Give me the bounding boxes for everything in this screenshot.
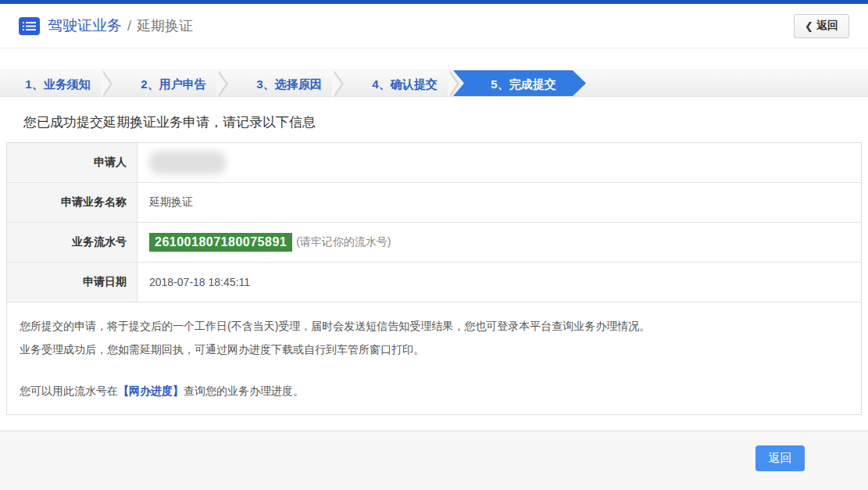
serial-number-hint: (请牢记你的流水号) (296, 235, 391, 249)
page-title: 驾驶证业务 (48, 16, 122, 36)
table-row-applicant: 申请人 (7, 143, 861, 183)
row-value: 延期换证 (138, 183, 861, 222)
tab-step-4[interactable]: 4、确认提交 (347, 70, 463, 96)
table-row-serial-number: 业务流水号 261001807180075891 (请牢记你的流水号) (7, 223, 861, 263)
breadcrumb-separator: / (127, 18, 131, 34)
row-label: 申请人 (7, 143, 138, 182)
row-value (138, 143, 861, 182)
note-line-2: 业务受理成功后，您如需延期回执，可通过网办进度下载或自行到车管所窗口打印。 (20, 338, 848, 361)
row-label: 申请业务名称 (7, 183, 138, 222)
serial-number-badge: 261001807180075891 (149, 233, 292, 252)
table-row-apply-date: 申请日期 2018-07-18 18:45:11 (7, 263, 861, 302)
footer-bar: 返回 (0, 431, 868, 490)
progress-link[interactable]: 【网办进度】 (118, 384, 184, 397)
back-button-bottom[interactable]: 返回 (755, 445, 805, 471)
notes-block: 您所提交的申请，将于提交后的一个工作日(不含当天)受理，届时会发送短信告知受理结… (7, 302, 861, 372)
back-button-top[interactable]: ❮ 返回 (794, 14, 849, 38)
list-icon (19, 17, 40, 35)
tab-step-3[interactable]: 3、选择原因 (231, 70, 347, 96)
note-line-1: 您所提交的申请，将于提交后的一个工作日(不含当天)受理，届时会发送短信告知受理结… (20, 314, 848, 338)
row-label: 业务流水号 (7, 223, 138, 262)
chevron-left-icon: ❮ (805, 20, 813, 32)
progress-query-line: 您可以用此流水号在【网办进度】查询您的业务办理进度。 (7, 372, 861, 414)
success-message: 您已成功提交延期换证业务申请，请记录以下信息 (23, 113, 868, 131)
tab-step-1[interactable]: 1、业务须知 (0, 70, 116, 96)
row-value: 2018-07-18 18:45:11 (138, 263, 861, 302)
progress-suffix: 查询您的业务办理进度。 (184, 384, 304, 397)
page-header: 驾驶证业务 / 延期换证 ❮ 返回 (0, 4, 868, 48)
breadcrumb-current: 延期换证 (137, 16, 193, 35)
step-tabs: 1、业务须知 2、用户申告 3、选择原因 4、确认提交 5、完成提交 (0, 70, 868, 97)
row-value: 261001807180075891 (请牢记你的流水号) (138, 223, 861, 262)
back-button-top-label: 返回 (816, 19, 838, 33)
row-label: 申请日期 (7, 263, 138, 302)
applicant-redacted-blur (149, 151, 226, 174)
result-panel: 申请人 申请业务名称 延期换证 业务流水号 261001807180075891… (6, 142, 862, 415)
tab-step-2[interactable]: 2、用户申告 (116, 70, 231, 96)
progress-prefix: 您可以用此流水号在 (20, 384, 118, 397)
table-row-business-name: 申请业务名称 延期换证 (7, 183, 861, 223)
tab-step-5-active[interactable]: 5、完成提交 (453, 70, 586, 96)
